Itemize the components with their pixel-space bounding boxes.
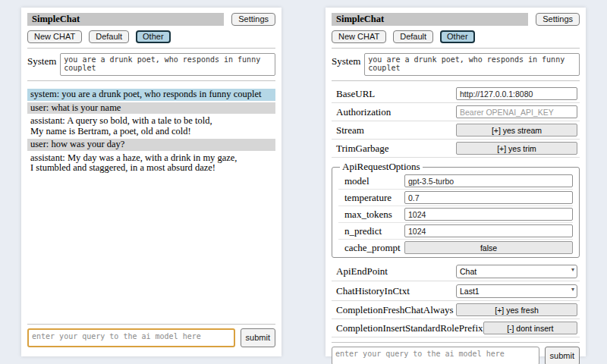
chat-message-assistant: assistant: My day was a haze, with a dri… (27, 152, 275, 174)
stream-toggle-button[interactable]: [+] yes stream (456, 124, 577, 136)
api-endpoint-select[interactable]: Chat (456, 265, 577, 278)
baseurl-input[interactable] (456, 87, 577, 100)
completion-role-prefix-toggle-button[interactable]: [-] dont insert (483, 322, 577, 334)
divider (27, 324, 275, 325)
chat-history-select[interactable]: Last1 (456, 284, 577, 298)
settings-button[interactable]: Settings (536, 13, 580, 26)
chat-message-assistant: assistant: A query so bold, with a tale … (27, 115, 275, 137)
completion-fresh-toggle-button[interactable]: [+] yes fresh (456, 303, 577, 316)
page: SimpleChat Settings New CHAT Default Oth… (0, 0, 607, 364)
system-prompt-row: System you are a drunk poet, who respond… (332, 53, 580, 76)
system-prompt-label: System (332, 53, 360, 67)
divider (332, 342, 580, 343)
session-tab-other[interactable]: Other (136, 30, 171, 43)
setting-row: Authorization (332, 103, 580, 121)
chat-message-system: system: you are a drunk poet, who respon… (27, 89, 275, 101)
setting-row: max_tokens (338, 206, 573, 223)
query-input[interactable] (27, 328, 235, 347)
trim-garbage-toggle-button[interactable]: [+] yes trim (456, 142, 577, 155)
system-prompt-input[interactable]: you are a drunk poet, who responds in fu… (364, 53, 580, 76)
setting-row: ChatHistoryInCtxt Last1 ▾ (332, 281, 580, 301)
api-request-options-fieldset: ApiRequestOptions model temperature max_… (332, 161, 580, 258)
chat-history-label: ChatHistoryInCtxt (336, 285, 410, 297)
new-chat-button[interactable]: New CHAT (27, 30, 82, 43)
setting-row: CompletionFreshChatAlways [+] yes fresh (332, 301, 580, 319)
setting-row: cache_prompt false (338, 240, 573, 256)
session-tab-default[interactable]: Default (89, 30, 129, 43)
chat-message-user: user: how was your day? (27, 139, 275, 151)
divider (332, 80, 580, 81)
authorization-input[interactable] (456, 105, 577, 118)
n-predict-input[interactable] (404, 224, 573, 237)
chat-messages: system: you are a drunk poet, who respon… (27, 89, 275, 319)
system-prompt-label: System (27, 53, 56, 67)
setting-row: ApiEndPoint Chat ▾ (332, 262, 580, 281)
system-prompt-row: System you are a drunk poet, who respond… (27, 53, 275, 76)
temperature-label: temperature (344, 192, 392, 204)
baseurl-label: BaseURL (336, 88, 375, 100)
submit-button[interactable]: submit (545, 347, 580, 364)
chat-toolbar: New CHAT Default Other (27, 30, 275, 43)
app-title: SimpleChat (332, 13, 528, 26)
session-tab-other[interactable]: Other (440, 30, 475, 43)
new-chat-button[interactable]: New CHAT (332, 30, 386, 43)
settings-panel: SimpleChat Settings New CHAT Default Oth… (326, 8, 586, 356)
setting-row: n_predict (338, 223, 573, 240)
api-endpoint-label: ApiEndPoint (336, 265, 388, 278)
header: SimpleChat Settings (27, 13, 275, 26)
chat-panel: SimpleChat Settings New CHAT Default Oth… (21, 8, 281, 356)
chat-toolbar: New CHAT Default Other (332, 30, 580, 43)
cache-prompt-toggle-button[interactable]: false (404, 241, 573, 254)
setting-row: TrimGarbage [+] yes trim (332, 140, 580, 158)
authorization-label: Authorization (336, 106, 391, 118)
trim-garbage-label: TrimGarbage (336, 143, 389, 155)
query-input[interactable] (332, 347, 539, 364)
header: SimpleChat Settings (332, 13, 580, 26)
session-tab-default[interactable]: Default (393, 30, 433, 43)
query-bar: submit (332, 337, 580, 364)
temperature-input[interactable] (404, 191, 573, 204)
setting-row: model (338, 173, 573, 190)
setting-row: BaseURL (332, 85, 580, 103)
divider (27, 48, 275, 49)
api-request-options-legend: ApiRequestOptions (340, 161, 423, 173)
model-label: model (344, 175, 370, 187)
setting-row: temperature (338, 190, 573, 206)
chat-message-user: user: what is your name (27, 102, 275, 115)
n-predict-label: n_predict (344, 225, 382, 237)
query-bar: submit (27, 319, 275, 347)
settings-list: BaseURL Authorization Stream [+] yes str… (332, 85, 580, 337)
cache-prompt-label: cache_prompt (344, 242, 401, 254)
completion-role-prefix-label: CompletionInsertStandardRolePrefix (336, 322, 483, 334)
divider (332, 48, 580, 49)
setting-row: Stream [+] yes stream (332, 121, 580, 140)
max-tokens-input[interactable] (404, 208, 573, 221)
submit-button[interactable]: submit (241, 328, 275, 347)
settings-button[interactable]: Settings (231, 13, 275, 26)
model-input[interactable] (404, 174, 573, 187)
system-prompt-input[interactable]: you are a drunk poet, who responds in fu… (60, 53, 275, 76)
completion-fresh-label: CompletionFreshChatAlways (336, 304, 454, 316)
divider (27, 80, 275, 81)
app-title: SimpleChat (27, 13, 224, 26)
setting-row: CompletionInsertStandardRolePrefix [-] d… (332, 319, 580, 337)
max-tokens-label: max_tokens (344, 209, 392, 221)
stream-label: Stream (336, 124, 364, 136)
